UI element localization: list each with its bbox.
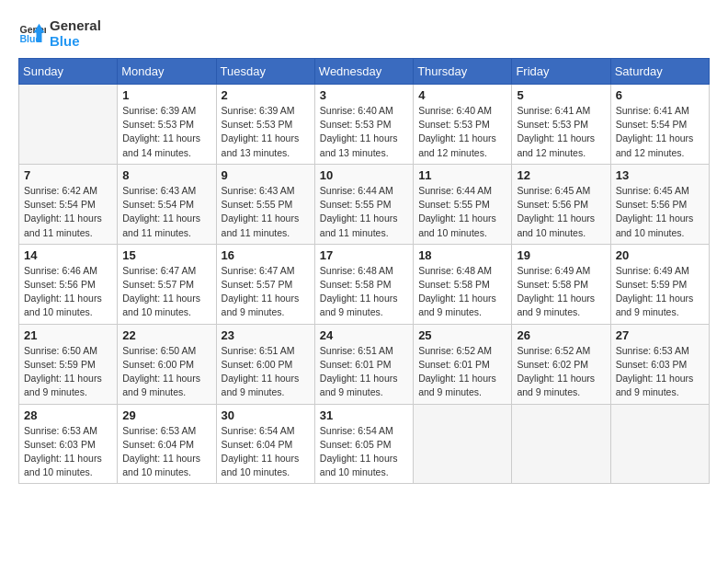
day-cell bbox=[414, 404, 512, 484]
day-info: Sunrise: 6:43 AM Sunset: 5:55 PM Dayligh… bbox=[222, 184, 310, 240]
day-number: 29 bbox=[122, 408, 210, 422]
day-cell: 1Sunrise: 6:39 AM Sunset: 5:53 PM Daylig… bbox=[118, 85, 216, 165]
day-info: Sunrise: 6:53 AM Sunset: 6:04 PM Dayligh… bbox=[122, 424, 210, 480]
day-info: Sunrise: 6:48 AM Sunset: 5:58 PM Dayligh… bbox=[418, 264, 506, 320]
header-cell-sunday: Sunday bbox=[19, 59, 118, 85]
day-number: 28 bbox=[24, 408, 112, 422]
week-row-5: 28Sunrise: 6:53 AM Sunset: 6:03 PM Dayli… bbox=[19, 404, 710, 484]
day-cell: 8Sunrise: 6:43 AM Sunset: 5:54 PM Daylig… bbox=[118, 164, 216, 244]
day-cell: 30Sunrise: 6:54 AM Sunset: 6:04 PM Dayli… bbox=[216, 404, 314, 484]
day-info: Sunrise: 6:45 AM Sunset: 5:56 PM Dayligh… bbox=[616, 184, 704, 240]
day-number: 24 bbox=[320, 328, 408, 342]
day-number: 11 bbox=[418, 168, 506, 182]
header-cell-saturday: Saturday bbox=[610, 59, 709, 85]
day-info: Sunrise: 6:45 AM Sunset: 5:56 PM Dayligh… bbox=[517, 184, 605, 240]
header-cell-friday: Friday bbox=[512, 59, 610, 85]
day-info: Sunrise: 6:54 AM Sunset: 6:05 PM Dayligh… bbox=[320, 424, 408, 480]
day-cell bbox=[610, 404, 709, 484]
day-info: Sunrise: 6:46 AM Sunset: 5:56 PM Dayligh… bbox=[24, 264, 112, 320]
day-cell: 23Sunrise: 6:51 AM Sunset: 6:00 PM Dayli… bbox=[216, 324, 314, 404]
day-cell: 28Sunrise: 6:53 AM Sunset: 6:03 PM Dayli… bbox=[19, 404, 118, 484]
week-row-2: 7Sunrise: 6:42 AM Sunset: 5:54 PM Daylig… bbox=[19, 164, 710, 244]
day-cell bbox=[19, 85, 118, 165]
day-number: 10 bbox=[320, 168, 408, 182]
day-cell: 10Sunrise: 6:44 AM Sunset: 5:55 PM Dayli… bbox=[314, 164, 413, 244]
day-info: Sunrise: 6:54 AM Sunset: 6:04 PM Dayligh… bbox=[222, 424, 310, 480]
day-number: 16 bbox=[222, 248, 310, 262]
day-info: Sunrise: 6:53 AM Sunset: 6:03 PM Dayligh… bbox=[24, 424, 112, 480]
logo-icon: General Blue bbox=[18, 20, 46, 48]
day-cell: 2Sunrise: 6:39 AM Sunset: 5:53 PM Daylig… bbox=[216, 85, 314, 165]
day-cell: 12Sunrise: 6:45 AM Sunset: 5:56 PM Dayli… bbox=[512, 164, 610, 244]
day-cell: 26Sunrise: 6:52 AM Sunset: 6:02 PM Dayli… bbox=[512, 324, 610, 404]
day-cell: 15Sunrise: 6:47 AM Sunset: 5:57 PM Dayli… bbox=[118, 244, 216, 324]
day-number: 18 bbox=[418, 248, 506, 262]
day-info: Sunrise: 6:47 AM Sunset: 5:57 PM Dayligh… bbox=[222, 264, 310, 320]
day-cell: 9Sunrise: 6:43 AM Sunset: 5:55 PM Daylig… bbox=[216, 164, 314, 244]
day-number: 25 bbox=[418, 328, 506, 342]
week-row-1: 1Sunrise: 6:39 AM Sunset: 5:53 PM Daylig… bbox=[19, 85, 710, 165]
day-number: 30 bbox=[222, 408, 310, 422]
day-info: Sunrise: 6:49 AM Sunset: 5:58 PM Dayligh… bbox=[517, 264, 605, 320]
day-number: 9 bbox=[222, 168, 310, 182]
day-info: Sunrise: 6:41 AM Sunset: 5:54 PM Dayligh… bbox=[616, 104, 704, 160]
day-info: Sunrise: 6:51 AM Sunset: 6:00 PM Dayligh… bbox=[222, 344, 310, 400]
day-cell: 31Sunrise: 6:54 AM Sunset: 6:05 PM Dayli… bbox=[314, 404, 413, 484]
day-cell: 21Sunrise: 6:50 AM Sunset: 5:59 PM Dayli… bbox=[19, 324, 118, 404]
day-number: 5 bbox=[517, 88, 605, 102]
day-info: Sunrise: 6:41 AM Sunset: 5:53 PM Dayligh… bbox=[517, 104, 605, 160]
day-cell: 19Sunrise: 6:49 AM Sunset: 5:58 PM Dayli… bbox=[512, 244, 610, 324]
week-row-3: 14Sunrise: 6:46 AM Sunset: 5:56 PM Dayli… bbox=[19, 244, 710, 324]
day-info: Sunrise: 6:43 AM Sunset: 5:54 PM Dayligh… bbox=[122, 184, 210, 240]
day-number: 17 bbox=[320, 248, 408, 262]
day-cell: 27Sunrise: 6:53 AM Sunset: 6:03 PM Dayli… bbox=[610, 324, 709, 404]
day-cell: 7Sunrise: 6:42 AM Sunset: 5:54 PM Daylig… bbox=[19, 164, 118, 244]
day-info: Sunrise: 6:48 AM Sunset: 5:58 PM Dayligh… bbox=[320, 264, 408, 320]
day-number: 27 bbox=[616, 328, 704, 342]
week-row-4: 21Sunrise: 6:50 AM Sunset: 5:59 PM Dayli… bbox=[19, 324, 710, 404]
day-info: Sunrise: 6:47 AM Sunset: 5:57 PM Dayligh… bbox=[122, 264, 210, 320]
day-info: Sunrise: 6:51 AM Sunset: 6:01 PM Dayligh… bbox=[320, 344, 408, 400]
day-number: 15 bbox=[122, 248, 210, 262]
day-number: 13 bbox=[616, 168, 704, 182]
calendar-table: SundayMondayTuesdayWednesdayThursdayFrid… bbox=[18, 58, 710, 484]
day-cell: 22Sunrise: 6:50 AM Sunset: 6:00 PM Dayli… bbox=[118, 324, 216, 404]
day-number: 3 bbox=[320, 88, 408, 102]
header-cell-monday: Monday bbox=[118, 59, 216, 85]
day-number: 4 bbox=[418, 88, 506, 102]
day-info: Sunrise: 6:44 AM Sunset: 5:55 PM Dayligh… bbox=[320, 184, 408, 240]
header-cell-wednesday: Wednesday bbox=[314, 59, 413, 85]
day-number: 22 bbox=[122, 328, 210, 342]
day-number: 7 bbox=[24, 168, 112, 182]
day-info: Sunrise: 6:53 AM Sunset: 6:03 PM Dayligh… bbox=[616, 344, 704, 400]
day-number: 6 bbox=[616, 88, 704, 102]
day-number: 12 bbox=[517, 168, 605, 182]
day-cell: 17Sunrise: 6:48 AM Sunset: 5:58 PM Dayli… bbox=[314, 244, 413, 324]
day-cell: 5Sunrise: 6:41 AM Sunset: 5:53 PM Daylig… bbox=[512, 85, 610, 165]
day-info: Sunrise: 6:44 AM Sunset: 5:55 PM Dayligh… bbox=[418, 184, 506, 240]
header-row: SundayMondayTuesdayWednesdayThursdayFrid… bbox=[19, 59, 710, 85]
day-cell: 11Sunrise: 6:44 AM Sunset: 5:55 PM Dayli… bbox=[414, 164, 512, 244]
day-info: Sunrise: 6:52 AM Sunset: 6:02 PM Dayligh… bbox=[517, 344, 605, 400]
day-number: 1 bbox=[122, 88, 210, 102]
day-number: 2 bbox=[222, 88, 310, 102]
day-info: Sunrise: 6:50 AM Sunset: 5:59 PM Dayligh… bbox=[24, 344, 112, 400]
header-cell-tuesday: Tuesday bbox=[216, 59, 314, 85]
day-cell: 20Sunrise: 6:49 AM Sunset: 5:59 PM Dayli… bbox=[610, 244, 709, 324]
day-number: 31 bbox=[320, 408, 408, 422]
day-info: Sunrise: 6:39 AM Sunset: 5:53 PM Dayligh… bbox=[122, 104, 210, 160]
day-cell: 3Sunrise: 6:40 AM Sunset: 5:53 PM Daylig… bbox=[314, 85, 413, 165]
day-number: 20 bbox=[616, 248, 704, 262]
day-info: Sunrise: 6:50 AM Sunset: 6:00 PM Dayligh… bbox=[122, 344, 210, 400]
day-info: Sunrise: 6:40 AM Sunset: 5:53 PM Dayligh… bbox=[418, 104, 506, 160]
day-info: Sunrise: 6:49 AM Sunset: 5:59 PM Dayligh… bbox=[616, 264, 704, 320]
day-info: Sunrise: 6:39 AM Sunset: 5:53 PM Dayligh… bbox=[222, 104, 310, 160]
page-header: General Blue General Blue bbox=[18, 18, 710, 49]
day-number: 21 bbox=[24, 328, 112, 342]
day-cell bbox=[512, 404, 610, 484]
day-number: 19 bbox=[517, 248, 605, 262]
day-number: 8 bbox=[122, 168, 210, 182]
day-cell: 24Sunrise: 6:51 AM Sunset: 6:01 PM Dayli… bbox=[314, 324, 413, 404]
day-cell: 16Sunrise: 6:47 AM Sunset: 5:57 PM Dayli… bbox=[216, 244, 314, 324]
day-info: Sunrise: 6:52 AM Sunset: 6:01 PM Dayligh… bbox=[418, 344, 506, 400]
